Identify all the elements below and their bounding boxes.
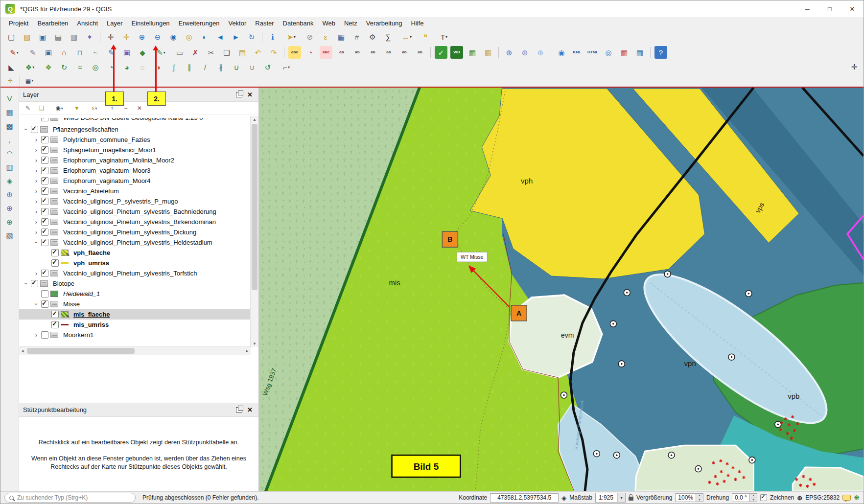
redo-icon[interactable]: ↷ [267,46,280,59]
layer-tree-row[interactable]: ›Vaccinio_uliginosi_Pinetum_sylvestris_H… [19,237,251,248]
coordinate-capture-icon[interactable]: ✛ [5,76,16,86]
kml-tools-icon[interactable]: KML [571,46,584,59]
layer-tree-row[interactable]: mis_flaeche [19,309,251,320]
scroll-right-icon[interactable]: ► [244,347,251,355]
add-spatialite-icon[interactable]: ◠ [3,147,16,160]
expand-arrow-icon[interactable]: › [32,331,40,339]
blue-grid-icon[interactable]: ▦ [633,46,646,59]
undo-icon[interactable]: ↶ [252,46,264,59]
layer-styling-icon[interactable]: ✎ [23,103,33,113]
rotate-feature-icon[interactable]: ↻ [58,61,70,73]
zoom-in-icon[interactable]: ⊕ [136,31,148,44]
add-group-icon[interactable]: ❏ [36,103,47,113]
style-manager-icon[interactable]: ✦ [83,31,96,44]
remove-layer-icon[interactable]: ✕ [134,103,145,113]
merge-features-icon[interactable]: ∪ [230,61,243,73]
layer-visibility-checkbox[interactable] [41,300,48,308]
offset-curve-icon[interactable]: ∥ [183,61,196,73]
expand-arrow-icon[interactable]: › [32,157,40,164]
database-manager-icon[interactable]: ▥ [482,46,494,59]
add-raster-layer-icon[interactable]: ▦ [3,106,16,118]
layer-visibility-checkbox[interactable] [41,167,48,174]
zoom-to-selection-icon[interactable]: ◎ [183,31,195,44]
layer-tree-row[interactable]: ›Vaccinio_uliginosi_P_sylvestris_P_mugo [19,196,251,206]
metasearch-globe-icon[interactable]: ⊕ [503,46,515,59]
menu-erweiterungen[interactable]: Erweiterungen [174,18,224,28]
expand-arrow-icon[interactable]: › [32,270,40,277]
layer-visibility-checkbox[interactable] [41,208,48,215]
filter-legend-icon[interactable]: ▼ [71,103,82,113]
menu-verarbeitung[interactable]: Verarbeitung [362,18,407,28]
pin-labels-icon[interactable]: ab [351,46,364,59]
open-project-icon[interactable]: ▨ [21,31,33,44]
layer-tree-row[interactable]: ›Vaccinio_uliginosi_Pinetum_sylvestris_B… [19,206,251,217]
trim-extend-icon[interactable]: ⌐▾ [277,61,296,73]
globe-small-icon[interactable]: ⊕ [534,46,547,59]
zoom-to-layer-icon[interactable]: ◐ [198,31,211,44]
add-delimited-text-icon[interactable]: , [3,133,16,146]
layer-visibility-checkbox[interactable] [41,187,48,195]
labeling-off-icon[interactable]: abc [320,46,332,59]
fill-ring-icon[interactable]: ◕ [120,61,133,73]
messages-balloon-icon[interactable] [842,495,851,501]
layer-tree-row[interactable]: ›Misse [19,299,251,309]
current-edits-icon[interactable]: ✎▾ [5,46,23,59]
delete-part-icon[interactable]: ◑ [152,61,164,73]
new-print-layout-icon[interactable]: ▤ [52,31,65,44]
measure-icon[interactable]: ↔▾ [397,31,416,44]
layer-tree-row[interactable]: ›Biotope [19,278,251,289]
layer-tree-row[interactable]: mis_umriss [19,320,251,330]
layer-diagram-icon[interactable]: ◔ [304,46,317,59]
zoom-last-icon[interactable]: ◄ [214,31,227,44]
menu-netz[interactable]: Netz [340,18,362,28]
merge-attributes-icon[interactable]: ∪ [246,61,258,73]
field-calculator-icon[interactable]: # [350,31,363,44]
layer-visibility-checkbox[interactable] [41,198,48,205]
layer-tree-row[interactable]: vph_umriss [19,258,251,268]
add-wfs-layer-icon[interactable]: ⊕ [3,215,16,228]
scroll-up-icon[interactable]: ▲ [251,116,258,123]
add-wcs-layer-icon[interactable]: ⊕ [3,202,16,214]
layer-tree-row[interactable]: Heidewald_1 [19,289,251,299]
crs-status[interactable]: EPSG:25832 [805,494,840,501]
layer-visibility-checkbox[interactable] [41,270,48,277]
reshape-features-icon[interactable]: ∫ [167,61,180,73]
layer-tree-row[interactable]: ›Vaccinio_uliginosi_Pinetum_sylvestris_T… [19,268,251,278]
collapse-arrow-icon[interactable]: › [33,239,40,247]
help-icon[interactable]: ? [654,46,667,59]
menu-raster[interactable]: Raster [251,18,278,28]
menu-hilfe[interactable]: Hilfe [406,18,428,28]
statistics-sum-icon[interactable]: ∑ [382,31,395,44]
save-edits-icon[interactable]: ▣ [42,46,55,59]
vertical-scrollbar[interactable]: ▲ ▼ [250,116,258,347]
add-virtual-layer-icon[interactable]: ▧ [3,229,16,242]
layer-tree-row[interactable]: ›Eriophorum_vaginatum_Moor4 [19,176,251,186]
checkerboard-pin-icon[interactable]: ▦▾ [24,76,35,86]
layer-visibility-checkbox[interactable] [41,157,48,164]
layer-visibility-checkbox[interactable] [31,126,38,133]
magnifier-spinbox[interactable]: 100% ▲▼ [675,493,703,502]
lock-scale-icon[interactable] [629,497,633,501]
menu-web[interactable]: Web [318,18,340,28]
pan-to-selection-icon[interactable]: ✛ [120,31,133,44]
coordinate-input[interactable]: 473581.2,5397534.5 [490,493,559,503]
zoom-full-icon[interactable]: ◉ [167,31,180,44]
menu-einstellungen[interactable]: Einstellungen [127,18,174,28]
add-polygon-feature-icon[interactable]: ◆ [136,46,149,59]
set-square-icon[interactable]: ◣ [5,61,18,73]
scrollbar-thumb[interactable] [252,124,257,290]
layer-visibility-checkbox[interactable] [31,280,38,287]
move-label-icon[interactable]: ab [382,46,395,59]
menu-ansicht[interactable]: Ansicht [72,18,102,28]
expand-arrow-icon[interactable]: › [32,177,40,184]
new-project-icon[interactable]: ▢ [5,31,18,44]
menu-layer[interactable]: Layer [102,18,127,28]
layer-tree-row[interactable]: ›Moorkern1 [19,330,251,340]
expand-arrow-icon[interactable]: › [32,208,40,215]
cad-crosshair-icon[interactable]: ✛ [848,60,861,73]
layer-visibility-checkbox[interactable] [41,239,48,246]
close-button[interactable]: ✕ [841,0,864,17]
globe-layers-icon[interactable]: ⊕ [518,46,531,59]
delete-selected-icon[interactable]: ✗ [189,46,202,59]
layer-visibility-checkbox[interactable] [41,218,48,226]
